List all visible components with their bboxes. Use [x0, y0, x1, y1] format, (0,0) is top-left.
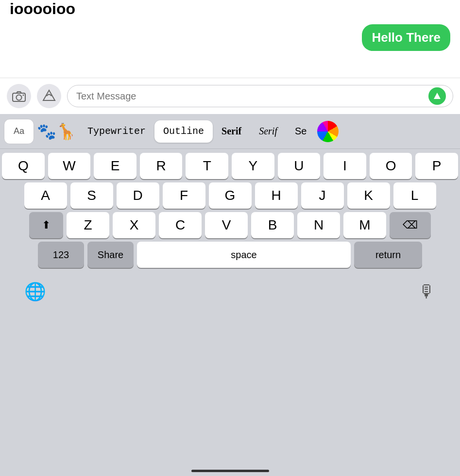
- font-aa-button[interactable]: Aa: [4, 119, 34, 144]
- keyboard-row-3: ⬆ Z X C V B N M ⌫: [2, 212, 458, 238]
- keyboard-row-1: Q W E R T Y U I O P: [2, 153, 458, 179]
- color-palette-button[interactable]: [317, 121, 339, 142]
- numbers-key[interactable]: 123: [38, 242, 84, 268]
- key-h[interactable]: H: [255, 182, 298, 209]
- key-m[interactable]: M: [343, 212, 386, 238]
- font-option-typewriter[interactable]: Typewriter: [79, 120, 154, 143]
- key-x[interactable]: X: [113, 212, 155, 238]
- space-key[interactable]: space: [137, 242, 351, 268]
- globe-icon[interactable]: 🌐: [24, 281, 46, 302]
- key-p[interactable]: P: [415, 153, 458, 179]
- return-key[interactable]: return: [354, 242, 422, 268]
- key-a[interactable]: A: [24, 182, 67, 209]
- message-input-container[interactable]: [67, 85, 453, 107]
- key-w[interactable]: W: [48, 153, 91, 179]
- key-k[interactable]: K: [347, 182, 390, 209]
- key-d[interactable]: D: [117, 182, 159, 209]
- key-e[interactable]: E: [94, 153, 136, 179]
- key-i[interactable]: I: [324, 153, 366, 179]
- appstore-button[interactable]: [37, 84, 61, 108]
- svg-point-1: [17, 95, 22, 100]
- share-key[interactable]: Share: [87, 242, 134, 268]
- key-c[interactable]: C: [159, 212, 202, 238]
- svg-point-2: [23, 95, 24, 96]
- appstore-icon: [42, 89, 56, 103]
- key-o[interactable]: O: [370, 153, 412, 179]
- key-b[interactable]: B: [251, 212, 294, 238]
- camera-button[interactable]: [7, 84, 31, 108]
- key-s[interactable]: S: [70, 182, 113, 209]
- key-r[interactable]: R: [140, 153, 183, 179]
- font-option-partial[interactable]: Se: [286, 120, 315, 143]
- keyboard-row-2: A S D F G H J K L: [2, 182, 458, 209]
- key-l[interactable]: L: [393, 182, 436, 209]
- key-z[interactable]: Z: [67, 212, 109, 238]
- key-t[interactable]: T: [186, 153, 228, 179]
- key-j[interactable]: J: [301, 182, 344, 209]
- shift-key[interactable]: ⬆: [29, 212, 63, 238]
- message-input[interactable]: [76, 91, 425, 102]
- font-option-serif-italic[interactable]: Serif: [250, 120, 286, 143]
- microphone-icon[interactable]: 🎙: [418, 281, 436, 302]
- send-button[interactable]: [428, 87, 446, 105]
- input-bar: [0, 78, 460, 114]
- key-n[interactable]: N: [297, 212, 340, 238]
- keyboard-row-4: 123 Share space return: [2, 242, 458, 268]
- key-v[interactable]: V: [205, 212, 248, 238]
- font-selector-row: Aa 🐾 🦒 Typewriter Outline Serif Serif Se: [0, 114, 460, 149]
- chat-area: Hello There: [0, 0, 460, 78]
- outgoing-message: Hello There: [362, 24, 450, 51]
- key-q[interactable]: Q: [2, 153, 45, 179]
- key-f[interactable]: F: [163, 182, 205, 209]
- font-option-serif-bold[interactable]: Serif: [213, 120, 250, 143]
- send-arrow-icon: [434, 93, 441, 99]
- keyboard: Q W E R T Y U I O P A S D F G H J K L ⬆ …: [0, 149, 460, 273]
- delete-key[interactable]: ⌫: [390, 212, 431, 238]
- memoji-button[interactable]: 🐾 🦒: [37, 119, 76, 144]
- bottom-bar: 🌐 🎙: [0, 273, 460, 314]
- key-y[interactable]: Y: [232, 153, 274, 179]
- home-indicator: [191, 470, 269, 472]
- key-u[interactable]: U: [278, 153, 321, 179]
- camera-icon: [12, 89, 26, 103]
- key-g[interactable]: G: [209, 182, 252, 209]
- font-option-outline[interactable]: Outline: [154, 120, 213, 143]
